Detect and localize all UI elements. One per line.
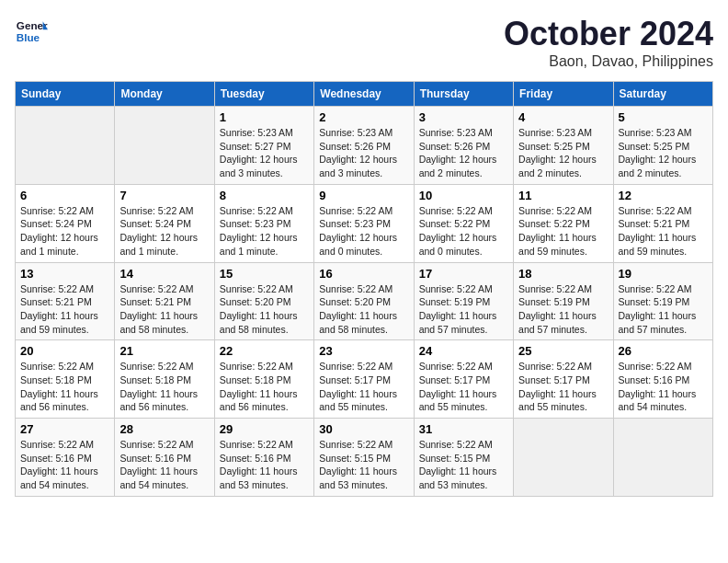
day-header-tuesday: Tuesday [214, 82, 313, 107]
calendar-cell [613, 419, 712, 497]
day-info: Sunrise: 5:23 AM Sunset: 5:26 PM Dayligh… [419, 126, 508, 180]
day-number: 7 [119, 189, 209, 202]
calendar-cell: 3Sunrise: 5:23 AM Sunset: 5:26 PM Daylig… [414, 107, 513, 185]
calendar-cell: 9Sunrise: 5:22 AM Sunset: 5:23 PM Daylig… [314, 184, 414, 262]
day-info: Sunrise: 5:22 AM Sunset: 5:17 PM Dayligh… [319, 360, 408, 414]
day-info: Sunrise: 5:23 AM Sunset: 5:27 PM Dayligh… [220, 126, 309, 180]
day-number: 6 [20, 189, 109, 202]
calendar-body: 1Sunrise: 5:23 AM Sunset: 5:27 PM Daylig… [16, 107, 713, 497]
calendar-cell: 1Sunrise: 5:23 AM Sunset: 5:27 PM Daylig… [214, 107, 313, 185]
calendar-week-row: 13Sunrise: 5:22 AM Sunset: 5:21 PM Dayli… [16, 262, 713, 340]
day-info: Sunrise: 5:22 AM Sunset: 5:18 PM Dayligh… [220, 360, 309, 414]
day-number: 31 [419, 422, 508, 436]
day-info: Sunrise: 5:22 AM Sunset: 5:15 PM Dayligh… [419, 438, 508, 492]
month-title: October 2024 [504, 15, 713, 53]
day-info: Sunrise: 5:22 AM Sunset: 5:22 PM Dayligh… [518, 204, 608, 259]
day-info: Sunrise: 5:23 AM Sunset: 5:25 PM Dayligh… [518, 126, 608, 180]
day-header-wednesday: Wednesday [314, 82, 414, 107]
day-number: 19 [619, 267, 708, 281]
calendar-cell: 12Sunrise: 5:22 AM Sunset: 5:21 PM Dayli… [613, 184, 712, 262]
day-number: 10 [419, 189, 508, 202]
day-number: 27 [20, 422, 109, 436]
calendar-cell: 23Sunrise: 5:22 AM Sunset: 5:17 PM Dayli… [314, 340, 414, 419]
day-info: Sunrise: 5:22 AM Sunset: 5:16 PM Dayligh… [119, 438, 209, 492]
calendar-cell: 25Sunrise: 5:22 AM Sunset: 5:17 PM Dayli… [514, 340, 613, 419]
day-header-sunday: Sunday [16, 82, 115, 107]
day-info: Sunrise: 5:22 AM Sunset: 5:16 PM Dayligh… [20, 438, 109, 492]
day-number: 23 [319, 344, 408, 358]
calendar-cell: 4Sunrise: 5:23 AM Sunset: 5:25 PM Daylig… [514, 107, 613, 185]
calendar-cell: 16Sunrise: 5:22 AM Sunset: 5:20 PM Dayli… [314, 262, 414, 340]
day-header-friday: Friday [514, 82, 613, 107]
calendar-cell: 19Sunrise: 5:22 AM Sunset: 5:19 PM Dayli… [613, 262, 712, 340]
day-number: 26 [619, 344, 708, 358]
day-number: 15 [220, 267, 309, 281]
calendar-cell: 20Sunrise: 5:22 AM Sunset: 5:18 PM Dayli… [16, 340, 115, 419]
day-info: Sunrise: 5:22 AM Sunset: 5:23 PM Dayligh… [319, 204, 408, 259]
day-info: Sunrise: 5:22 AM Sunset: 5:17 PM Dayligh… [419, 360, 508, 414]
day-info: Sunrise: 5:22 AM Sunset: 5:17 PM Dayligh… [518, 360, 608, 414]
day-info: Sunrise: 5:22 AM Sunset: 5:19 PM Dayligh… [518, 282, 608, 337]
calendar-header-row: SundayMondayTuesdayWednesdayThursdayFrid… [16, 82, 713, 107]
header: General Blue October 2024 Baon, Davao, P… [15, 15, 713, 70]
day-number: 1 [220, 110, 309, 124]
day-number: 9 [319, 189, 408, 202]
calendar-week-row: 27Sunrise: 5:22 AM Sunset: 5:16 PM Dayli… [16, 419, 713, 497]
calendar-cell: 21Sunrise: 5:22 AM Sunset: 5:18 PM Dayli… [115, 340, 214, 419]
location-title: Baon, Davao, Philippines [504, 53, 713, 70]
calendar-cell: 11Sunrise: 5:22 AM Sunset: 5:22 PM Dayli… [514, 184, 613, 262]
calendar-cell: 7Sunrise: 5:22 AM Sunset: 5:24 PM Daylig… [115, 184, 214, 262]
calendar-table: SundayMondayTuesdayWednesdayThursdayFrid… [15, 81, 713, 497]
calendar-cell: 31Sunrise: 5:22 AM Sunset: 5:15 PM Dayli… [414, 419, 513, 497]
calendar-cell: 28Sunrise: 5:22 AM Sunset: 5:16 PM Dayli… [115, 419, 214, 497]
svg-text:Blue: Blue [17, 31, 40, 43]
calendar-cell: 29Sunrise: 5:22 AM Sunset: 5:16 PM Dayli… [214, 419, 313, 497]
day-number: 18 [518, 267, 608, 281]
day-number: 3 [419, 110, 508, 124]
calendar-cell: 10Sunrise: 5:22 AM Sunset: 5:22 PM Dayli… [414, 184, 513, 262]
day-number: 20 [20, 344, 109, 358]
day-number: 28 [119, 422, 209, 436]
day-info: Sunrise: 5:22 AM Sunset: 5:22 PM Dayligh… [419, 204, 508, 259]
calendar-cell [16, 107, 115, 185]
calendar-week-row: 20Sunrise: 5:22 AM Sunset: 5:18 PM Dayli… [16, 340, 713, 419]
day-number: 2 [319, 110, 408, 124]
calendar-cell: 2Sunrise: 5:23 AM Sunset: 5:26 PM Daylig… [314, 107, 414, 185]
day-number: 11 [518, 189, 608, 202]
day-info: Sunrise: 5:22 AM Sunset: 5:19 PM Dayligh… [419, 282, 508, 337]
day-info: Sunrise: 5:22 AM Sunset: 5:20 PM Dayligh… [319, 282, 408, 337]
day-number: 17 [419, 267, 508, 281]
day-number: 12 [619, 189, 708, 202]
calendar-cell [514, 419, 613, 497]
day-number: 4 [518, 110, 608, 124]
day-number: 21 [119, 344, 209, 358]
calendar-cell: 13Sunrise: 5:22 AM Sunset: 5:21 PM Dayli… [16, 262, 115, 340]
calendar-cell: 26Sunrise: 5:22 AM Sunset: 5:16 PM Dayli… [613, 340, 712, 419]
day-info: Sunrise: 5:22 AM Sunset: 5:15 PM Dayligh… [319, 438, 408, 492]
day-info: Sunrise: 5:22 AM Sunset: 5:21 PM Dayligh… [619, 204, 708, 259]
title-area: October 2024 Baon, Davao, Philippines [504, 15, 713, 70]
day-number: 14 [119, 267, 209, 281]
calendar-cell: 22Sunrise: 5:22 AM Sunset: 5:18 PM Dayli… [214, 340, 313, 419]
day-info: Sunrise: 5:22 AM Sunset: 5:21 PM Dayligh… [119, 282, 209, 337]
calendar-cell: 24Sunrise: 5:22 AM Sunset: 5:17 PM Dayli… [414, 340, 513, 419]
day-info: Sunrise: 5:22 AM Sunset: 5:19 PM Dayligh… [619, 282, 708, 337]
calendar-cell: 14Sunrise: 5:22 AM Sunset: 5:21 PM Dayli… [115, 262, 214, 340]
day-number: 24 [419, 344, 508, 358]
day-number: 22 [220, 344, 309, 358]
logo-icon: General Blue [15, 15, 48, 48]
day-header-monday: Monday [115, 82, 214, 107]
calendar-week-row: 1Sunrise: 5:23 AM Sunset: 5:27 PM Daylig… [16, 107, 713, 185]
day-info: Sunrise: 5:22 AM Sunset: 5:16 PM Dayligh… [619, 360, 708, 414]
day-info: Sunrise: 5:22 AM Sunset: 5:18 PM Dayligh… [20, 360, 109, 414]
day-info: Sunrise: 5:22 AM Sunset: 5:24 PM Dayligh… [20, 204, 109, 259]
day-number: 5 [619, 110, 708, 124]
calendar-cell: 27Sunrise: 5:22 AM Sunset: 5:16 PM Dayli… [16, 419, 115, 497]
day-info: Sunrise: 5:23 AM Sunset: 5:26 PM Dayligh… [319, 126, 408, 180]
calendar-week-row: 6Sunrise: 5:22 AM Sunset: 5:24 PM Daylig… [16, 184, 713, 262]
calendar-cell: 17Sunrise: 5:22 AM Sunset: 5:19 PM Dayli… [414, 262, 513, 340]
calendar-cell: 30Sunrise: 5:22 AM Sunset: 5:15 PM Dayli… [314, 419, 414, 497]
day-number: 30 [319, 422, 408, 436]
calendar-cell: 6Sunrise: 5:22 AM Sunset: 5:24 PM Daylig… [16, 184, 115, 262]
day-number: 16 [319, 267, 408, 281]
